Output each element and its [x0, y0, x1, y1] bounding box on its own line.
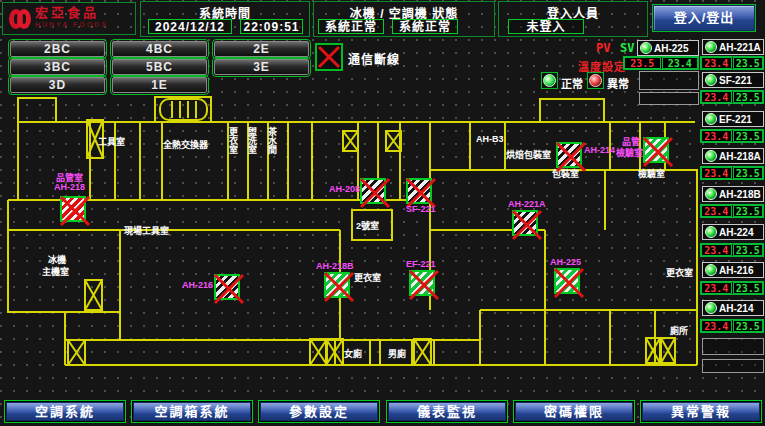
company-logo: 宏亞食品 HUNYA FOODS — [2, 2, 136, 35]
unit-button-ah214[interactable]: AH-214 — [702, 300, 764, 316]
unit-name: EF-221 — [719, 114, 752, 125]
unit-name: AH-224 — [719, 227, 753, 238]
equipment-marker-ah208[interactable] — [360, 178, 386, 204]
ahu-status-value: 系統正常 — [392, 19, 458, 34]
comm-loss-x-icon — [322, 270, 356, 304]
sv-value: 23.5 — [733, 91, 764, 103]
pv-value: 23.4 — [701, 130, 732, 142]
nav-button-label: 參數設定 — [260, 402, 378, 421]
green-lamp-icon — [543, 74, 556, 87]
zone-button-3bc[interactable]: 3BC — [10, 59, 105, 75]
green-lamp-icon — [705, 150, 717, 162]
marker-label: AH-218 — [54, 182, 85, 192]
nav-button-ahu-system[interactable]: 空調箱系統 — [131, 400, 253, 423]
empty-slot — [639, 92, 699, 105]
nav-button-password[interactable]: 密碼權限 — [513, 400, 635, 423]
empty-slot — [639, 71, 699, 90]
unit-name: AH-218A — [719, 151, 761, 162]
unit-values-ah225: 23.5 23.4 — [623, 56, 699, 70]
green-lamp-icon — [705, 264, 717, 276]
zone-button-3e[interactable]: 3E — [214, 59, 309, 75]
unit-name: AH-221A — [719, 42, 761, 53]
equipment-marker-ah218b[interactable] — [324, 272, 350, 298]
zone-button-1e[interactable]: 1E — [112, 77, 207, 93]
unit-name: AH-225 — [654, 43, 688, 54]
nav-button-label: 空調系統 — [6, 402, 124, 421]
unit-button-ah216[interactable]: AH-216 — [702, 262, 764, 278]
sv-value: 23.5 — [733, 57, 764, 69]
pv-value: 23.4 — [701, 91, 732, 103]
unit-button-ah224[interactable]: AH-224 — [702, 224, 764, 240]
comm-loss-x-icon — [212, 272, 246, 306]
zone-button-4bc[interactable]: 4BC — [112, 41, 207, 57]
equipment-marker-ah214[interactable] — [556, 142, 582, 168]
marker-label: AH-225 — [550, 257, 581, 267]
nav-button-ac-system[interactable]: 空調系統 — [4, 400, 126, 423]
equipment-marker-sf221[interactable] — [406, 178, 432, 204]
unit-name: AH-216 — [719, 265, 753, 276]
unit-button-ah218b[interactable]: AH-218B — [702, 186, 764, 202]
equipment-marker-ah225[interactable] — [554, 268, 580, 294]
room-label: AH-B3 — [476, 134, 504, 144]
unit-button-ah221a[interactable]: AH-221A — [702, 39, 764, 55]
login-logout-button[interactable]: 登入/登出 — [652, 4, 756, 32]
unit-button-ah218a[interactable]: AH-218A — [702, 148, 764, 164]
nav-button-meters[interactable]: 儀表監視 — [386, 400, 508, 423]
empty-slot — [702, 338, 764, 355]
empty-slot — [702, 359, 764, 373]
green-lamp-icon — [640, 42, 652, 54]
abnormal-legend-label: 異常 — [607, 75, 629, 91]
equipment-marker-inspection[interactable] — [643, 137, 669, 163]
nav-button-parameters[interactable]: 參數設定 — [258, 400, 380, 423]
unit-values-ah216: 23.423.5 — [700, 281, 764, 295]
marker-label: EF-221 — [406, 259, 436, 269]
green-lamp-icon — [705, 188, 717, 200]
zone-button-5bc[interactable]: 5BC — [112, 59, 207, 75]
marker-label: 檢驗室 — [616, 146, 643, 159]
comm-loss-x-icon — [58, 194, 92, 228]
zone-button-2bc[interactable]: 2BC — [10, 41, 105, 57]
room-label: 主機室 — [42, 266, 69, 277]
marker-label: AH-216 — [182, 280, 213, 290]
pv-value: 23.5 — [624, 57, 661, 69]
nav-button-alarm[interactable]: 異常警報 — [640, 400, 762, 423]
marker-label: SF-221 — [406, 204, 436, 214]
room-label: 檢驗室 — [638, 168, 665, 179]
zone-button-3d[interactable]: 3D — [10, 77, 105, 93]
room-label: 男廁 — [388, 348, 406, 359]
green-lamp-icon — [705, 113, 717, 125]
unit-button-ah225[interactable]: AH-225 — [637, 40, 699, 56]
equipment-marker-ah216[interactable] — [214, 274, 240, 300]
pv-value: 23.4 — [701, 320, 732, 332]
nav-button-label: 空調箱系統 — [133, 402, 251, 421]
comm-loss-x-icon — [510, 208, 544, 242]
sv-value: 23.4 — [662, 57, 699, 69]
comm-loss-x-icon — [641, 135, 675, 169]
normal-lamp-box — [541, 72, 558, 89]
login-user-value: 未登入 — [508, 19, 584, 34]
sv-value: 23.5 — [733, 167, 764, 179]
normal-legend-label: 正常 — [561, 75, 583, 91]
unit-values-ah218b: 23.423.5 — [700, 204, 764, 218]
comm-loss-x-icon — [552, 266, 586, 300]
zone-button-2e[interactable]: 2E — [214, 41, 309, 57]
unit-button-sf221[interactable]: SF-221 — [702, 72, 764, 88]
comm-loss-x-icon — [407, 268, 441, 302]
unit-name: AH-214 — [719, 303, 753, 314]
sv-value: 23.5 — [733, 205, 764, 217]
unit-button-ef221[interactable]: EF-221 — [702, 111, 764, 127]
comm-loss-legend-label: 通信斷線 — [348, 50, 400, 67]
unit-values-ah221a: 23.423.5 — [700, 56, 764, 70]
equipment-marker-ef221[interactable] — [409, 270, 435, 296]
unit-values-sf221: 23.423.5 — [700, 90, 764, 104]
system-date-value: 2024/12/12 — [148, 19, 232, 34]
sv-value: 23.5 — [733, 282, 764, 294]
room-label: 工具室 — [98, 136, 125, 147]
comm-loss-x-icon — [317, 45, 341, 69]
unit-values-ah218a: 23.423.5 — [700, 166, 764, 180]
logo-name-zh: 宏亞食品 — [35, 7, 108, 19]
equipment-marker-ah218[interactable] — [60, 196, 86, 222]
logo-name-en: HUNYA FOODS — [35, 19, 108, 31]
equipment-marker-ah221a[interactable] — [512, 210, 538, 236]
green-lamp-icon — [705, 41, 717, 53]
